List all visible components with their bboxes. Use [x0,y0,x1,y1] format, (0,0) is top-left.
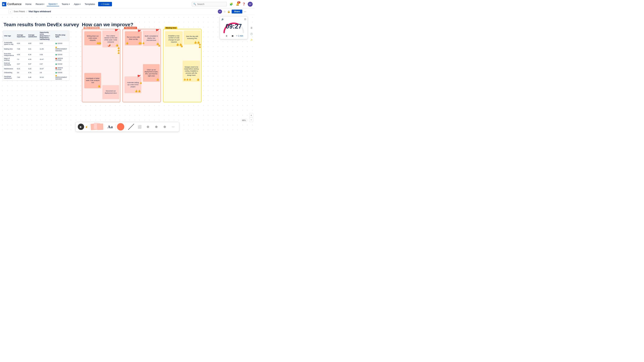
flag-emoji-2: 🚩 [138,29,141,33]
toolbar-divider-1 [89,124,90,130]
puzzle-icon-btn[interactable]: 🧩 [229,2,234,7]
timer-expand-btn[interactable]: ⊡ [244,18,246,20]
play-button[interactable]: ▶ [78,124,84,130]
puzzle-icon: 🧩 [230,2,233,6]
table-of-contents-btn[interactable]: ☰ [249,25,254,30]
thumbsup-icon-5: 👍 [126,41,128,44]
cell-status: GOOD [54,52,69,57]
flag-emoji-4: 🚩 [137,75,141,79]
breadcrumb-actions: SP ☆ 🔒 Share ··· [218,9,246,14]
sidebar-toggle[interactable]: › [8,9,12,13]
sticky-deployment-docs[interactable]: Document our deployment docs [102,85,119,99]
data-table: Vital sign Average importance Average sa… [3,30,69,81]
app-logo[interactable]: ⊞ Confluence [2,2,22,6]
col-score: Opportunity score (importance + (importa… [39,31,54,41]
sticky-deployment-scripts[interactable]: Clean up our deployment scripts. PPL can… [143,64,160,82]
status-dot [56,63,57,65]
timer-plus-btn[interactable]: + 1 min [236,35,243,37]
thumbs-row-2: 👍👍👍 [117,47,120,54]
more-tools-btn[interactable]: ··· [169,123,177,131]
search-input[interactable] [197,3,222,5]
zoom-out-btn[interactable]: − [249,118,253,122]
sticky-designs-ready[interactable]: Designs need to be ready before starting… [183,61,200,82]
cell-vital-sign: Maintenance [3,66,16,71]
cell-score: 9.03 [39,41,54,46]
create-button[interactable]: + Create [98,2,112,6]
volume-icon[interactable]: 🔊 [221,18,224,20]
nav-templates[interactable]: Templates [83,2,97,6]
sticky-code-cleanup[interactable]: 🚩 Run an extra code clean up day 👍 👍 [125,31,142,45]
lasso-tool-btn[interactable]: ⊚ [144,123,152,131]
text-tool-btn[interactable]: Aa [106,123,114,131]
status-dot [56,54,57,55]
star-icon[interactable]: ☆ [224,10,226,13]
table-row: Waiting time 7.48 3.41 11.55 IMPROVEMENT… [3,46,69,52]
cell-satisfaction: 4.33 [27,57,39,62]
cell-status: NEEDS ACTION [54,57,69,62]
col-label-maintenance: Maintenance [124,27,137,29]
search-icon: 🔍 [193,3,196,5]
whiteboard-canvas: Team results from DevEx survey Vital sig… [0,15,255,134]
cell-importance: 3.6 [16,71,27,74]
apps-chevron: ▾ [80,3,80,5]
sticky-max-changes[interactable]: Establish a max number of code changes f… [165,31,183,47]
nav-recent[interactable]: Recent ▾ [34,2,46,6]
sticky-cicd[interactable]: 🚩 Automate setting up a new CI/CD projec… [124,76,141,93]
col-label-ways: Ways of working [84,27,100,29]
zoom-in-btn[interactable]: + [249,113,253,117]
shape-tool-btn[interactable]: ⬜ [136,123,144,131]
lock-icon[interactable]: 🔒 [227,10,230,13]
thumbsup-icon-8: 👍👍 [135,89,141,92]
sticky-deploy-template[interactable]: 🚩 Build a template to deploy new microse… [143,30,160,46]
sticky-start-day[interactable]: Start the day with reviewing PRs 👍👍 [184,30,200,44]
zoom-indicator: 68% [241,119,247,122]
thumbs-row-4: 👍 [158,44,160,47]
col-satisfaction: Average satisfaction [27,31,39,41]
table-row: Onboarding 3.6 9.76 3.6 GOOD [3,71,69,74]
nav-teams[interactable]: Teams ▾ [60,2,72,6]
reactions-btn[interactable]: ✨ [249,37,254,42]
timer-arc: 09:27 [222,21,245,33]
help-icon: ❓ [242,2,246,6]
search-box[interactable]: 🔍 [192,2,227,6]
notification-btn[interactable]: 🔔 9+ [235,2,240,7]
lasso-icon: ⊚ [146,125,149,129]
cell-satisfaction: 5.49 [27,74,39,81]
sticky-static-code[interactable]: Investigate in better static code analys… [84,73,101,88]
breadcrumb-title: Vital Signs whiteboard [28,10,51,13]
timer-stop-btn[interactable]: ⏹ [230,34,235,37]
breadcrumb-avatar[interactable]: SP [218,9,222,14]
timer-pause-btn[interactable]: ⏸ [224,34,229,37]
line-tool-btn[interactable] [127,123,135,131]
table-row: Maintenance 9.15 3.23 15.07 NEEDS ACTION [3,66,69,71]
column-waiting-time: Waiting time Establish a max number of c… [163,29,202,102]
nav-apps[interactable]: Apps ▾ [72,2,82,6]
connect-tool-btn[interactable]: ⊕ [152,123,160,131]
cell-status: GOOD [54,71,69,74]
more-actions-icon[interactable]: ··· [244,10,246,13]
nav-home[interactable]: Home [24,2,33,6]
cell-importance: 9.15 [16,66,27,71]
cell-status: IMPROVEMENT NEEDED [54,46,69,52]
thumbs-row-3: 👍👍 [140,42,145,44]
thumbsup-icon-11: 👍 [196,78,200,81]
cell-importance: 7.48 [16,46,27,52]
column-ways-of-working: Ways of working Writing down our code re… [82,29,120,102]
nav-spaces[interactable]: Spaces ▾ [47,2,59,6]
help-btn[interactable]: ❓ [242,2,246,7]
share-button[interactable]: Share [232,9,242,13]
status-dot [56,43,57,44]
color-swatch[interactable] [117,123,124,130]
sticky-notes-tool[interactable] [91,123,104,131]
history-btn[interactable]: 🕐 [249,31,254,36]
cell-vital-sign: Execution independence [3,52,16,57]
status-dot [56,58,57,59]
sticky-demo-session[interactable]: 🚩 Run a demo session at the end of the w… [102,30,119,47]
thumbs-row-6: 👍 [180,45,183,47]
apps-tool-btn[interactable]: ⊛ [161,123,169,131]
user-avatar[interactable]: SP [248,2,253,7]
cell-satisfaction: 6.34 [27,52,39,57]
toolbar-divider-3 [116,124,116,130]
topnav-icons: 🧩 🔔 9+ ❓ SP [229,2,253,7]
timer-widget: 🔊 ⊡ 09:27 ⏸ ⏹ + 1 min [220,16,248,39]
